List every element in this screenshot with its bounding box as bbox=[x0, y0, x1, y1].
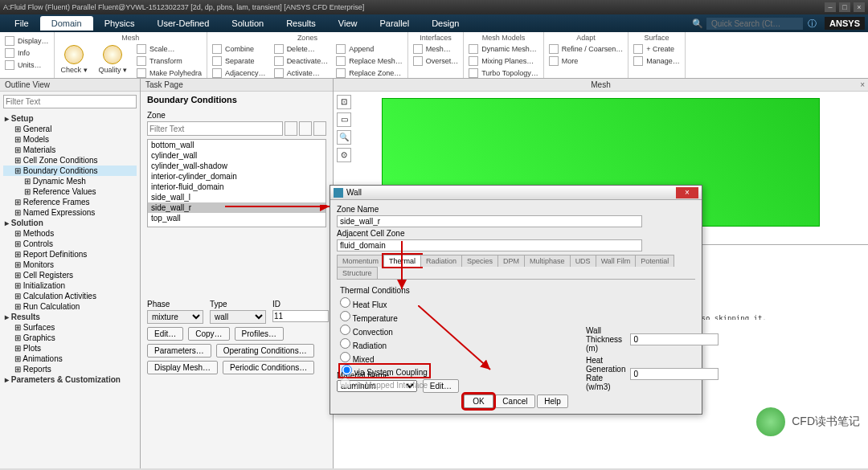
outline-tree[interactable]: ▸ Setup⊞ General⊞ Models⊞ Materials⊞ Cel… bbox=[0, 112, 140, 468]
tree-run-calculation[interactable]: ⊞ Run Calculation bbox=[3, 301, 137, 312]
outline-filter[interactable] bbox=[3, 95, 137, 108]
tree-materials[interactable]: ⊞ Materials bbox=[3, 145, 137, 155]
tree-boundary-conditions[interactable]: ⊞ Boundary Conditions bbox=[3, 166, 137, 176]
type-select[interactable]: wall bbox=[210, 310, 266, 324]
thermal-opt-5[interactable]: via System Coupling bbox=[340, 365, 429, 377]
ribbon-quality[interactable]: Quality ▾ bbox=[96, 43, 131, 79]
zone-side_wall_l[interactable]: side_wall_l bbox=[148, 192, 326, 202]
ribbon-activate[interactable]: Activate… bbox=[272, 67, 330, 79]
edit-button[interactable]: Edit… bbox=[147, 327, 183, 341]
minimize-button[interactable]: – bbox=[825, 2, 836, 12]
zone-filter[interactable] bbox=[147, 121, 283, 136]
tab-potential[interactable]: Potential bbox=[635, 255, 674, 267]
zone-cylinder_wall[interactable]: cylinder_wall bbox=[148, 150, 326, 161]
profiles-button[interactable]: Profiles… bbox=[235, 327, 284, 341]
ribbon-scale[interactable]: Scale… bbox=[135, 43, 203, 55]
ribbon-overset[interactable]: Overset… bbox=[411, 55, 461, 67]
zone-side_wall_r[interactable]: side_wall_r bbox=[148, 202, 326, 213]
menu-results[interactable]: Results bbox=[275, 16, 327, 31]
select-icon[interactable]: ▭ bbox=[337, 112, 351, 127]
ribbon-deactivate[interactable]: Deactivate… bbox=[272, 55, 330, 67]
menu-file[interactable]: File bbox=[3, 16, 40, 31]
ribbon-units[interactable]: Units… bbox=[3, 59, 51, 71]
ribbon-combine[interactable]: Combine bbox=[211, 43, 268, 55]
tree-initialization[interactable]: ⊞ Initialization bbox=[3, 280, 137, 291]
zone-selectall-button[interactable] bbox=[313, 121, 326, 136]
thermal-opt-1[interactable]: Temperature bbox=[340, 310, 692, 324]
ribbon-dynamicmesh[interactable]: Dynamic Mesh… bbox=[467, 43, 540, 55]
ribbon-mesh[interactable]: Mesh… bbox=[411, 43, 461, 55]
operating-button[interactable]: Operating Conditions… bbox=[216, 344, 314, 358]
tree-results[interactable]: ▸ Results bbox=[3, 312, 137, 322]
menu-view[interactable]: View bbox=[327, 16, 369, 31]
close-button[interactable]: × bbox=[854, 2, 865, 12]
zone-interior-fluid_domain[interactable]: interior-fluid_domain bbox=[148, 182, 326, 192]
fit-icon[interactable]: ⊡ bbox=[337, 95, 351, 109]
ribbon-append[interactable]: Append bbox=[334, 43, 404, 55]
tree-report-definitions[interactable]: ⊞ Report Definitions bbox=[3, 249, 137, 260]
menu-user-defined[interactable]: User-Defined bbox=[146, 16, 221, 31]
cancel-button[interactable]: Cancel bbox=[495, 394, 534, 408]
thermal-opt-0[interactable]: Heat Flux bbox=[340, 296, 692, 310]
tab-species[interactable]: Species bbox=[461, 255, 498, 267]
tree-monitors[interactable]: ⊞ Monitors bbox=[3, 260, 137, 270]
tree-calculation-activities[interactable]: ⊞ Calculation Activities bbox=[3, 291, 137, 301]
heat-gen-input[interactable] bbox=[630, 368, 719, 380]
tree-surfaces[interactable]: ⊞ Surfaces bbox=[3, 322, 137, 333]
dialog-close-button[interactable]: × bbox=[676, 187, 698, 198]
zoom-icon[interactable]: 🔍 bbox=[337, 130, 351, 145]
tree-dynamic-mesh[interactable]: ⊞ Dynamic Mesh bbox=[3, 176, 137, 186]
quick-search[interactable] bbox=[706, 18, 803, 30]
tree-graphics[interactable]: ⊞ Graphics bbox=[3, 333, 137, 343]
tree-reference-values[interactable]: ⊞ Reference Values bbox=[3, 186, 137, 197]
tree-controls[interactable]: ⊞ Controls bbox=[3, 239, 137, 249]
ribbon-refinecoarsen[interactable]: Refine / Coarsen… bbox=[547, 43, 625, 55]
tree-methods[interactable]: ⊞ Methods bbox=[3, 228, 137, 239]
tab-momentum[interactable]: Momentum bbox=[337, 255, 384, 267]
ribbon-replacezone[interactable]: Replace Zone… bbox=[334, 67, 404, 79]
ribbon-info[interactable]: Info bbox=[3, 47, 51, 59]
zone-name-input[interactable] bbox=[337, 215, 642, 227]
maximize-button[interactable]: □ bbox=[839, 2, 850, 12]
viewer-close-icon[interactable]: × bbox=[860, 80, 865, 89]
ribbon-check[interactable]: Check ▾ bbox=[58, 43, 91, 79]
zone-sort-button[interactable] bbox=[285, 121, 297, 136]
ribbon-turbotopology[interactable]: Turbo Topology… bbox=[467, 67, 540, 79]
ribbon-separate[interactable]: Separate bbox=[211, 55, 268, 67]
tab-radiation[interactable]: Radiation bbox=[420, 255, 462, 267]
ribbon-transform[interactable]: Transform bbox=[135, 55, 203, 67]
tree-reports[interactable]: ⊞ Reports bbox=[3, 364, 137, 374]
zone-top_wall[interactable]: top_wall bbox=[148, 213, 326, 223]
tree-parameters-&-customization[interactable]: ▸ Parameters & Customization bbox=[3, 374, 137, 385]
zone-cylinder_wall-shadow[interactable]: cylinder_wall-shadow bbox=[148, 161, 326, 171]
tree-cell-zone-conditions[interactable]: ⊞ Cell Zone Conditions bbox=[3, 155, 137, 166]
tab-dpm[interactable]: DPM bbox=[497, 255, 525, 267]
ribbon-more[interactable]: More bbox=[547, 55, 625, 67]
ribbon-replacemesh[interactable]: Replace Mesh… bbox=[334, 55, 404, 67]
ribbon-makepolyhedra[interactable]: Make Polyhedra bbox=[135, 67, 203, 79]
zone-reverse-button[interactable] bbox=[299, 121, 312, 136]
menu-domain[interactable]: Domain bbox=[40, 16, 93, 31]
tree-setup[interactable]: ▸ Setup bbox=[3, 113, 137, 124]
info-icon[interactable]: ⓘ bbox=[808, 18, 817, 30]
tree-animations[interactable]: ⊞ Animations bbox=[3, 354, 137, 364]
display-mesh-button[interactable]: Display Mesh… bbox=[147, 361, 218, 374]
tree-reference-frames[interactable]: ⊞ Reference Frames bbox=[3, 197, 137, 207]
ribbon-mixingplanes[interactable]: Mixing Planes… bbox=[467, 55, 540, 67]
ribbon-display[interactable]: Display… bbox=[3, 35, 51, 47]
tab-wall film[interactable]: Wall Film bbox=[596, 255, 637, 267]
adj-input[interactable] bbox=[337, 239, 642, 251]
ok-button[interactable]: OK bbox=[464, 394, 493, 408]
tree-solution[interactable]: ▸ Solution bbox=[3, 218, 137, 228]
zone-list[interactable]: bottom_wallcylinder_wallcylinder_wall-sh… bbox=[147, 139, 326, 227]
tab-uds[interactable]: UDS bbox=[570, 255, 596, 267]
menu-parallel[interactable]: Parallel bbox=[368, 16, 420, 31]
tree-plots[interactable]: ⊞ Plots bbox=[3, 343, 137, 354]
help-button[interactable]: Help bbox=[537, 394, 568, 408]
copy-button[interactable]: Copy… bbox=[188, 327, 229, 341]
ribbon-adjacency[interactable]: Adjacency… bbox=[211, 67, 268, 79]
parameters-button[interactable]: Parameters… bbox=[147, 344, 211, 358]
ribbon-manage[interactable]: Manage… bbox=[632, 55, 682, 67]
wall-thick-input[interactable] bbox=[630, 333, 719, 345]
ribbon-create[interactable]: + Create bbox=[632, 43, 682, 55]
